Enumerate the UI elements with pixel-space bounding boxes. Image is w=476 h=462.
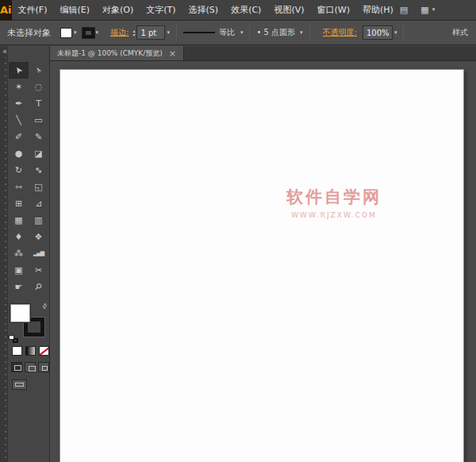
tools-grid: ➤ ➢ ✶ ◌ ✒ T ╲ ▭ ✐ ✎ ● ◪ ↻ ↔ ⇿ ◱ ⊞ ⊿ ▦ ▥ — [9, 62, 48, 295]
zoom-tool-icon: ⚲ — [33, 282, 44, 292]
brush-definition-dropdown[interactable]: • 5 点圆形 ▾ — [256, 27, 302, 38]
gradient-button[interactable] — [25, 346, 36, 356]
menu-window[interactable]: 窗口(W) — [311, 0, 356, 20]
collapse-toolbar-button[interactable]: « — [2, 47, 7, 56]
blend-tool-icon: ❖ — [35, 233, 43, 241]
pen-tool[interactable]: ✒ — [9, 95, 29, 112]
perspective-grid-tool[interactable]: ⊿ — [29, 195, 48, 212]
draw-behind-button[interactable] — [25, 362, 36, 372]
menu-edit[interactable]: 编辑(E) — [53, 0, 96, 20]
color-button[interactable] — [12, 346, 22, 356]
lasso-tool[interactable]: ◌ — [29, 79, 48, 95]
mesh-tool[interactable]: ▦ — [9, 212, 29, 229]
scale-tool[interactable]: ↔ — [29, 162, 48, 179]
fill-stroke-indicator: ⇄ — [9, 302, 48, 344]
workspace-switcher[interactable]: ▦ ▾ — [420, 5, 435, 15]
rotate-tool-icon: ↻ — [15, 166, 22, 175]
shape-builder-tool[interactable]: ⊞ — [9, 195, 29, 212]
width-tool[interactable]: ⇿ — [9, 179, 29, 195]
paintbrush-tool[interactable]: ✐ — [9, 129, 29, 145]
separator — [249, 24, 250, 41]
chevron-down-icon: ▾ — [300, 30, 303, 36]
swap-fill-stroke-icon[interactable]: ⇄ — [40, 302, 49, 310]
app-logo-icon[interactable]: Ai — [0, 0, 12, 21]
symbol-sprayer-tool-icon: ⁂ — [14, 249, 23, 258]
fill-color-swatch[interactable] — [10, 304, 30, 322]
magic-wand-tool[interactable]: ✶ — [9, 79, 29, 95]
line-segment-tool[interactable]: ╲ — [9, 112, 29, 129]
mesh-tool-icon: ▦ — [14, 216, 22, 225]
selection-status-label: 未选择对象 — [7, 27, 51, 39]
width-profile-dropdown[interactable]: 等比 ▾ — [183, 27, 244, 38]
draw-normal-button[interactable] — [11, 362, 22, 372]
opacity-panel-link[interactable]: 不透明度: — [323, 27, 357, 38]
type-tool[interactable]: T — [29, 95, 48, 112]
blend-tool[interactable]: ❖ — [29, 229, 48, 245]
menu-effect[interactable]: 效果(C) — [225, 0, 267, 20]
paintbrush-tool-icon: ✐ — [15, 133, 22, 141]
pencil-tool[interactable]: ✎ — [29, 129, 48, 145]
workspace-icon: ▦ — [420, 5, 428, 15]
symbol-sprayer-tool[interactable]: ⁂ — [9, 245, 29, 262]
gradient-tool[interactable]: ▥ — [29, 212, 48, 229]
drawing-mode-buttons — [11, 362, 49, 372]
opacity-field[interactable]: 100% — [363, 25, 393, 40]
direct-selection-tool[interactable]: ➢ — [29, 62, 48, 79]
menu-help[interactable]: 帮助(H) — [356, 0, 400, 20]
magic-wand-tool-icon: ✶ — [15, 83, 22, 91]
hand-tool[interactable]: ☛ — [9, 279, 29, 295]
screen-mode-button[interactable] — [12, 379, 27, 390]
pencil-tool-icon: ✎ — [35, 133, 42, 141]
fill-color-control[interactable]: ▾ — [60, 28, 77, 38]
gradient-tool-icon: ▥ — [34, 216, 42, 225]
stroke-weight-field[interactable]: 1 pt — [136, 25, 165, 40]
separator — [176, 24, 177, 41]
menu-select[interactable]: 选择(S) — [182, 0, 225, 20]
chevron-down-icon: ▾ — [96, 30, 99, 36]
watermark-url: WWW.RJZXW.COM — [268, 211, 400, 219]
chevron-down-icon[interactable]: ▾ — [167, 30, 170, 36]
menu-view[interactable]: 视图(V) — [267, 0, 310, 20]
free-transform-tool-icon: ◱ — [34, 183, 42, 191]
chevron-down-icon: ▾ — [74, 30, 77, 36]
stroke-panel-link[interactable]: 描边: — [110, 27, 129, 38]
selection-tool[interactable]: ➤ — [9, 62, 29, 79]
rotate-tool[interactable]: ↻ — [9, 162, 29, 179]
style-dropdown[interactable]: 样式 — [452, 27, 468, 38]
eraser-tool-icon: ◪ — [34, 149, 42, 158]
artboard-tool[interactable]: ▣ — [9, 262, 29, 279]
menu-object[interactable]: 对象(O) — [96, 0, 140, 20]
canvas[interactable]: 软件自学网 WWW.RJZXW.COM — [50, 62, 476, 462]
document-tab[interactable]: 未标题-1 @ 100% (CMYK/预览) × — [50, 46, 184, 60]
stroke-weight-stepper[interactable]: ▴ ▾ — [132, 29, 135, 37]
draw-inside-button[interactable] — [38, 362, 49, 372]
lasso-tool-icon: ◌ — [35, 83, 43, 91]
document-tab-title: 未标题-1 @ 100% (CMYK/预览) — [57, 48, 163, 59]
tab-close-icon[interactable]: × — [169, 49, 176, 58]
arrange-documents-icon[interactable]: ▤ — [400, 5, 408, 15]
eraser-tool[interactable]: ◪ — [29, 145, 48, 162]
menu-type[interactable]: 文字(T) — [140, 0, 182, 20]
free-transform-tool[interactable]: ◱ — [29, 179, 48, 195]
stroke-line-icon — [183, 32, 215, 33]
shape-builder-tool-icon: ⊞ — [15, 199, 22, 208]
blob-brush-tool[interactable]: ● — [9, 145, 29, 162]
tools-panel: ➤ ➢ ✶ ◌ ✒ T ╲ ▭ ✐ ✎ ● ◪ ↻ ↔ ⇿ ◱ ⊞ ⊿ ▦ ▥ — [8, 46, 50, 462]
default-fill-stroke-icon[interactable] — [9, 335, 19, 344]
menu-file[interactable]: 文件(F) — [12, 0, 54, 20]
rectangle-tool[interactable]: ▭ — [29, 112, 48, 129]
artboard[interactable]: 软件自学网 WWW.RJZXW.COM — [60, 69, 464, 462]
column-graph-tool[interactable]: ▂▄▆ — [29, 245, 48, 262]
chevron-down-icon: ▾ — [240, 30, 244, 36]
direct-selection-tool-icon: ➢ — [33, 65, 44, 76]
zoom-tool[interactable]: ⚲ — [29, 279, 48, 295]
hand-tool-icon: ☛ — [15, 283, 23, 291]
slice-tool[interactable]: ✂ — [29, 262, 48, 279]
stroke-color-control[interactable]: ▾ — [83, 28, 99, 38]
separator — [309, 24, 310, 41]
menu-bar: Ai 文件(F) 编辑(E) 对象(O) 文字(T) 选择(S) 效果(C) 视… — [0, 0, 476, 21]
eyedropper-tool[interactable]: ♦ — [9, 229, 29, 245]
dock-edge[interactable] — [0, 57, 8, 462]
none-button[interactable] — [39, 346, 49, 356]
chevron-down-icon[interactable]: ▾ — [394, 30, 397, 36]
